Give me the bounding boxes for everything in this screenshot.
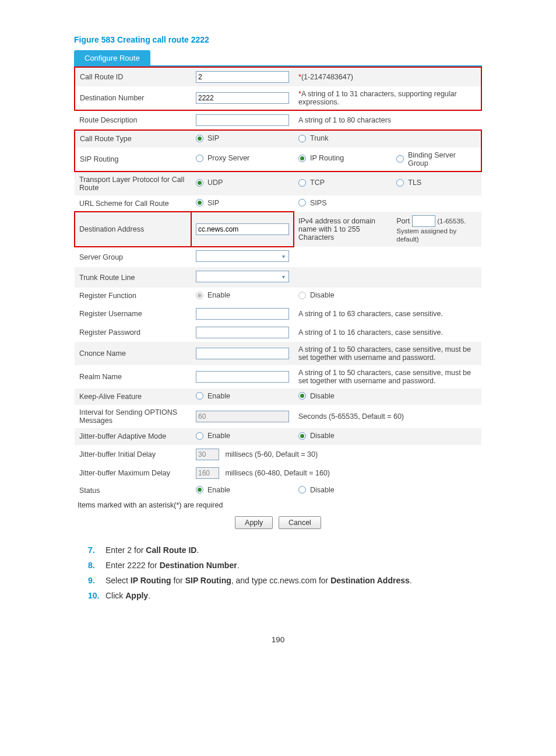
radio-icon [196,135,203,142]
radio-jb-disable[interactable]: Disable [298,432,335,440]
config-form: Call Route ID *(1-2147483647) Destinatio… [74,66,482,499]
label-url-scheme: URL Scheme for Call Route [75,195,191,212]
label-call-route-id: Call Route ID [75,67,191,86]
radio-trunk[interactable]: Trunk [298,134,329,142]
label-jb-max: Jitter-buffer Maximum Delay [75,464,191,482]
input-route-desc[interactable] [196,114,289,126]
step-10: Click Apply. [88,591,482,600]
hint-call-route-id: (1-2147483647) [301,73,353,81]
label-reg-pass: Register Password [75,323,191,342]
input-reg-pass[interactable] [196,327,289,338]
label-jb-adapt: Jitter-buffer Adaptive Mode [75,428,191,445]
hint-dest-addr: IPv4 address or domain name with 1 to 25… [294,212,392,247]
chevron-down-icon: ▾ [279,272,287,281]
input-reg-user[interactable] [196,308,289,320]
hint-jb-max: millisecs (60-480, Default = 160) [225,469,330,477]
label-dest-number: Destination Number [75,86,191,110]
label-jb-init: Jitter-buffer Initial Delay [75,445,191,464]
label-realm: Realm Name [75,365,191,388]
radio-tcp[interactable]: TCP [298,178,325,187]
input-port[interactable] [412,215,435,227]
radio-sip[interactable]: SIP [196,134,219,142]
radio-icon [196,199,203,206]
radio-icon [298,392,306,400]
page-number: 190 [74,635,482,644]
input-call-route-id[interactable] [196,71,289,83]
required-note: Items marked with an asterisk(*) are req… [74,499,482,512]
step-8: Enter 2222 for Destination Number. [88,561,482,570]
label-server-group: Server Group [75,247,191,267]
radio-icon [196,179,203,187]
hint-dest-number: A string of 1 to 31 characters, supporti… [298,90,457,106]
apply-button[interactable]: Apply [235,516,273,529]
hint-realm: A string of 1 to 50 characters, case sen… [294,365,481,388]
radio-icon [298,199,306,206]
input-options-int[interactable] [196,411,289,422]
label-reg-func: Register Function [75,288,191,304]
radio-icon [298,135,306,142]
radio-icon [298,155,306,162]
radio-icon [196,155,203,162]
radio-status-disable[interactable]: Disable [298,486,335,494]
input-cnonce[interactable] [196,348,289,359]
label-call-route-type: Call Route Type [75,130,191,148]
radio-icon [396,155,404,163]
radio-icon [196,486,203,494]
label-port: Port [396,217,410,225]
tab-bar: Configure Route [74,50,482,66]
chevron-down-icon: ▾ [279,252,287,260]
radio-proxy-server[interactable]: Proxy Server [196,154,249,162]
input-jb-max[interactable] [196,467,219,479]
radio-udp[interactable]: UDP [196,178,223,187]
radio-tls[interactable]: TLS [396,178,421,187]
label-trunk-line: Trunk Route Line [75,267,191,288]
tab-configure-route[interactable]: Configure Route [74,50,150,66]
radio-icon [298,179,306,187]
radio-icon [196,292,203,299]
instruction-steps: Enter 2 for Call Route ID. Enter 2222 fo… [88,545,482,600]
hint-jb-init: millisecs (5-60, Default = 30) [225,450,318,459]
radio-binding-server-group[interactable]: Binding Server Group [396,151,476,167]
hint-reg-user: A string of 1 to 63 characters, case sen… [294,304,481,323]
select-server-group[interactable]: ▾ [196,250,289,262]
radio-icon [298,292,306,299]
radio-ka-enable[interactable]: Enable [196,392,230,400]
input-dest-number[interactable] [196,92,289,104]
radio-icon [196,432,203,440]
radio-icon [396,179,404,187]
label-transport: Transport Layer Protocol for Call Route [75,172,191,195]
label-dest-addr: Destination Address [75,212,191,247]
input-jb-init[interactable] [196,449,219,460]
label-sip-routing: SIP Routing [75,148,191,172]
input-realm[interactable] [196,371,289,383]
radio-sips-scheme[interactable]: SIPS [298,199,327,207]
cancel-button[interactable]: Cancel [279,516,321,529]
step-9: Select IP Routing for SIP Routing, and t… [88,576,482,585]
hint-reg-pass: A string of 1 to 16 characters, case sen… [294,323,481,342]
radio-status-enable[interactable]: Enable [196,486,230,494]
radio-reg-disable[interactable]: Disable [298,291,335,299]
step-7: Enter 2 for Call Route ID. [88,545,482,555]
label-cnonce: Cnonce Name [75,342,191,365]
label-route-desc: Route Description [75,110,191,130]
radio-icon [196,392,203,400]
radio-icon [298,486,306,494]
button-row: Apply Cancel [74,512,482,534]
radio-jb-enable[interactable]: Enable [196,432,230,440]
figure-title: Figure 583 Creating call route 2222 [74,35,482,44]
radio-icon [298,432,306,440]
label-status: Status [75,482,191,499]
hint-cnonce: A string of 1 to 50 characters, case sen… [294,342,481,365]
select-trunk-line[interactable]: ▾ [196,271,289,282]
radio-sip-scheme[interactable]: SIP [196,199,219,207]
hint-route-desc: A string of 1 to 80 characters [294,110,481,130]
radio-ka-disable[interactable]: Disable [298,392,335,400]
radio-ip-routing[interactable]: IP Routing [298,154,344,162]
hint-options-int: Seconds (5-65535, Default = 60) [294,405,481,428]
input-dest-addr[interactable] [196,223,289,235]
label-options-int: Interval for Sending OPTIONS Messages [75,405,191,428]
radio-reg-enable[interactable]: Enable [196,291,230,299]
label-reg-user: Register Username [75,304,191,323]
label-keepalive: Keep-Alive Feature [75,388,191,405]
